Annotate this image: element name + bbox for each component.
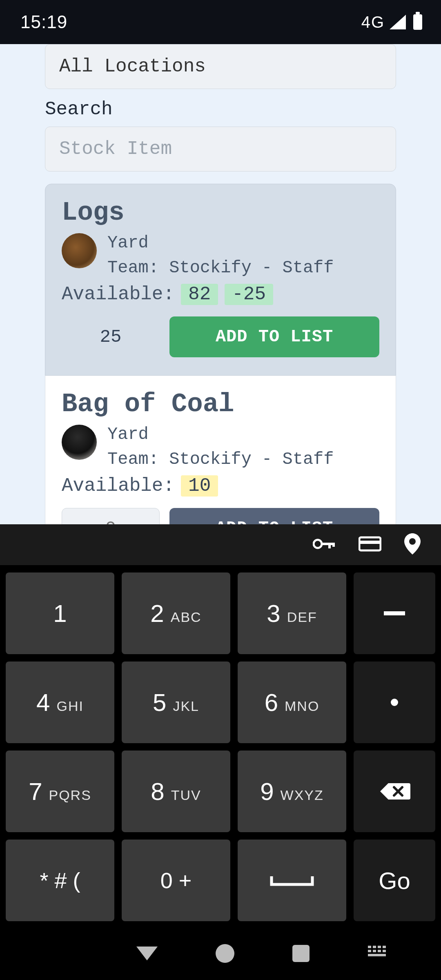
nav-recent-icon[interactable]	[292, 945, 310, 962]
key-backspace[interactable]	[354, 751, 435, 832]
key-symbols[interactable]: * # (	[6, 840, 114, 921]
stock-location: Yard	[107, 422, 334, 447]
status-time: 15:19	[20, 12, 67, 32]
add-to-list-button[interactable]: ADD TO LIST	[169, 508, 379, 524]
key-4[interactable]: 4GHI	[6, 662, 114, 743]
key-dot[interactable]	[354, 662, 435, 743]
key-5[interactable]: 5JKL	[122, 662, 230, 743]
quantity-input[interactable]	[62, 316, 160, 357]
stock-card: Bag of Coal Yard Team: Stockify - Staff …	[45, 376, 396, 524]
password-key-icon[interactable]	[313, 537, 336, 553]
stock-location: Yard	[107, 231, 334, 256]
key-8[interactable]: 8TUV	[122, 751, 230, 832]
key-6[interactable]: 6MNO	[238, 662, 346, 743]
svg-rect-13	[378, 950, 381, 952]
status-bar: 15:19 4G	[0, 0, 441, 44]
svg-rect-3	[332, 543, 335, 547]
key-3[interactable]: 3DEF	[238, 572, 346, 654]
nav-back-icon[interactable]	[136, 947, 158, 960]
network-label: 4G	[361, 13, 385, 31]
backspace-icon	[379, 782, 410, 801]
card-icon[interactable]	[359, 536, 381, 554]
signal-icon	[390, 15, 406, 29]
stock-card: Logs Yard Team: Stockify - Staff Availab…	[45, 184, 396, 376]
location-pin-icon[interactable]	[404, 533, 421, 557]
location-select-value: All Locations	[59, 56, 206, 77]
key-7[interactable]: 7PQRS	[6, 751, 114, 832]
stock-thumbnail	[62, 425, 97, 460]
svg-rect-5	[359, 541, 381, 544]
stock-title: Bag of Coal	[62, 390, 379, 419]
svg-rect-10	[383, 946, 386, 948]
svg-rect-14	[383, 950, 386, 952]
location-select[interactable]: All Locations	[45, 44, 396, 89]
system-nav-bar	[0, 927, 441, 980]
available-value: 82	[181, 284, 218, 305]
svg-rect-7	[368, 946, 371, 948]
available-label: Available:	[62, 284, 174, 305]
available-delta: -25	[225, 284, 273, 305]
status-indicators: 4G	[361, 13, 422, 31]
svg-rect-2	[328, 543, 331, 548]
key-9[interactable]: 9WXYZ	[238, 751, 346, 832]
key-go[interactable]: Go	[354, 840, 435, 921]
key-0[interactable]: 0 +	[122, 840, 230, 921]
space-icon	[267, 872, 316, 889]
key-2[interactable]: 2ABC	[122, 572, 230, 654]
svg-rect-11	[368, 950, 371, 952]
stock-title: Logs	[62, 198, 379, 227]
stock-team: Team: Stockify - Staff	[107, 256, 334, 281]
quantity-input[interactable]	[62, 508, 160, 524]
app-content: All Locations Search Logs Yard Team: Sto…	[0, 44, 441, 524]
keyboard-toolbar	[0, 524, 441, 565]
available-value: 10	[181, 475, 218, 497]
svg-point-0	[314, 540, 322, 548]
key-1[interactable]: 1	[6, 572, 114, 654]
search-input[interactable]	[45, 127, 396, 172]
key-dash[interactable]	[354, 572, 435, 654]
dot-icon	[391, 699, 398, 706]
svg-rect-12	[373, 950, 376, 952]
svg-rect-1	[321, 543, 333, 545]
available-label: Available:	[62, 475, 174, 497]
dash-icon	[384, 611, 405, 615]
nav-keyboard-switch-icon[interactable]	[368, 946, 388, 962]
nav-home-icon[interactable]	[216, 944, 234, 963]
battery-icon	[413, 14, 422, 30]
search-label: Search	[45, 99, 396, 120]
key-space[interactable]	[238, 840, 346, 921]
stock-thumbnail	[62, 233, 97, 268]
add-to-list-button[interactable]: ADD TO LIST	[169, 316, 379, 357]
svg-rect-15	[368, 954, 386, 956]
stock-team: Team: Stockify - Staff	[107, 447, 334, 472]
soft-keyboard: 1 2ABC 3DEF 4GHI 5JKL 6MNO 7PQRS 8TUV 9W…	[0, 524, 441, 927]
svg-rect-9	[378, 946, 381, 948]
svg-rect-8	[373, 946, 376, 948]
svg-point-6	[409, 538, 416, 545]
